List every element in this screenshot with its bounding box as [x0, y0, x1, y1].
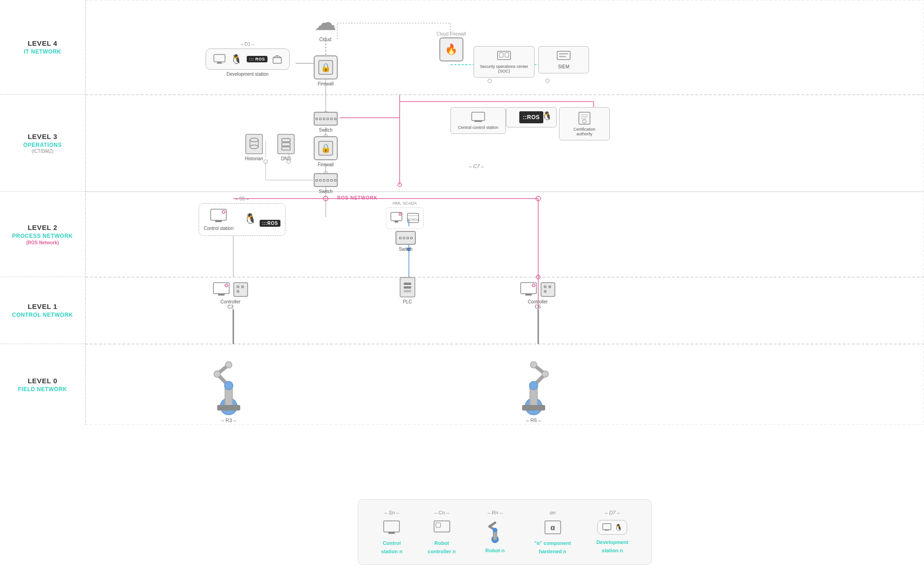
ros-l3-badge: ::ROS [519, 111, 544, 123]
svg-point-105 [214, 371, 220, 377]
dev-station-tag: – D1 – [241, 42, 254, 47]
central-control-box: Central control station [450, 107, 506, 134]
legend-an-icon: α [544, 520, 561, 536]
bdot2 [319, 179, 322, 181]
svg-line-124 [489, 523, 495, 526]
ros-l2-component: 🐧 :::ROS [243, 213, 280, 227]
control-station-l2-label: Control station [204, 226, 233, 231]
level2-sub: (ROS Network) [26, 240, 59, 245]
legend-d7-box: 🐧 [597, 520, 627, 535]
switch-dots-bot [316, 179, 336, 181]
svg-point-114 [530, 362, 537, 368]
siem-label: SIEM [558, 64, 569, 69]
controller-c6-box [540, 282, 556, 297]
soc-label: Security operations center (SOC) [479, 64, 529, 73]
svg-rect-93 [237, 290, 239, 293]
legend-d7: – D7 – 🐧 Development station n [596, 510, 628, 553]
level0-name: FIELD NETWORK [18, 386, 67, 393]
firewall-l3-box: 🔒 [314, 136, 338, 160]
svg-rect-72 [579, 112, 590, 124]
legend-sn: – Sn – Control station n [381, 510, 402, 554]
cloud-icon: ☁ [314, 9, 336, 35]
svg-point-107 [225, 381, 233, 390]
robot-r3-label: – R3 – [221, 417, 236, 423]
cloud-firewall-component: Cloud Firewall 🔥 [437, 31, 466, 61]
legend-cn: – Cn – Robot controller n [428, 510, 456, 554]
level1-name: CONTROL NETWORK [12, 312, 73, 318]
server-icon [281, 138, 291, 151]
svg-rect-97 [541, 283, 555, 296]
svg-point-125 [492, 528, 497, 532]
ros-network-label: ROS NETWORK [337, 195, 377, 200]
historian-icon [245, 134, 263, 154]
hmi-icon [390, 211, 403, 224]
svg-point-89 [225, 284, 228, 287]
plc-stripe1 [404, 283, 411, 285]
svg-rect-90 [234, 283, 248, 296]
legend-d7-label1: Development [596, 539, 628, 545]
switch-dots-top [316, 118, 336, 120]
db-icon [249, 138, 259, 151]
dev-station-component: – D1 – 🐧 ::: ROS [206, 42, 290, 77]
level2-name: PROCESS NETWORK [12, 233, 73, 239]
svg-point-31 [488, 79, 492, 83]
legend-rn: – Rn – Robot n [481, 510, 509, 553]
svg-rect-70 [472, 112, 485, 121]
svg-rect-56 [499, 53, 503, 57]
controller-c3-label: ControllerC3 [220, 299, 240, 309]
level3-number: LEVEL 3 [28, 133, 57, 140]
legend-cn-icon [433, 520, 450, 536]
control-station-icon [210, 208, 227, 224]
level4-label: LEVEL 4 IT NETWORK [0, 0, 85, 95]
svg-rect-68 [282, 143, 290, 146]
legend-box: – Sn – Control station n – Cn – Robot [358, 499, 652, 565]
legend-d7-row: 🐧 [602, 523, 622, 532]
legend-sn-icon [383, 520, 401, 536]
svg-rect-98 [544, 285, 547, 288]
controller-c6-row [520, 282, 556, 297]
svg-point-66 [250, 145, 258, 149]
svg-text:🔒: 🔒 [321, 143, 331, 153]
plc-stripe3 [404, 290, 411, 292]
firewall-l4-icon: 🔒 [314, 55, 338, 79]
dot4 [327, 118, 329, 120]
l2d3 [407, 237, 409, 239]
robot-r3-component: – R3 – [192, 349, 266, 423]
svg-rect-58 [557, 51, 570, 60]
historian-label: Historian [245, 156, 263, 161]
ros-l2-badge: :::ROS [260, 220, 280, 227]
plc-label: PLC [403, 299, 412, 304]
legend-sn-label1: Control [383, 540, 401, 546]
l2d2 [403, 237, 405, 239]
level3-name: OPERATIONS [23, 142, 61, 148]
svg-rect-100 [544, 290, 547, 293]
dev-station-label: Development station [226, 72, 268, 77]
s5-box: – S5 – Control station 🐧 :::ROS [199, 196, 286, 236]
svg-rect-118 [389, 532, 395, 534]
switch-l2-label: Switch [399, 247, 412, 252]
svg-rect-91 [237, 285, 239, 288]
svg-rect-81 [391, 212, 402, 221]
controller-c3-box [233, 282, 249, 297]
control-station-l2-inner: Control station [204, 208, 233, 231]
svg-rect-59 [559, 53, 568, 54]
controller-c3-row [213, 282, 249, 297]
legend-container: – Sn – Control station n – Cn – Robot [358, 499, 652, 565]
svg-rect-117 [384, 521, 400, 532]
siem-box: SIEM [538, 46, 589, 73]
dot6 [334, 118, 336, 120]
historian-component: Historian [245, 134, 263, 161]
svg-rect-128 [603, 524, 611, 530]
dot5 [330, 118, 333, 120]
legend-linux-icon: 🐧 [614, 524, 622, 531]
firewall-svg: 🔒 [318, 60, 334, 75]
svg-point-79 [222, 211, 225, 213]
main-container: LEVEL 4 IT NETWORK LEVEL 3 OPERATIONS (I… [0, 0, 924, 574]
level2-number: LEVEL 2 [28, 224, 57, 231]
svg-rect-60 [559, 56, 566, 57]
hmi-scada-area: HMI, SCADA SCADA [386, 201, 424, 229]
dot1 [316, 118, 318, 120]
svg-rect-92 [241, 285, 244, 288]
svg-rect-3 [85, 277, 924, 344]
level2-label: LEVEL 2 PROCESS NETWORK (ROS Network) [0, 192, 85, 277]
